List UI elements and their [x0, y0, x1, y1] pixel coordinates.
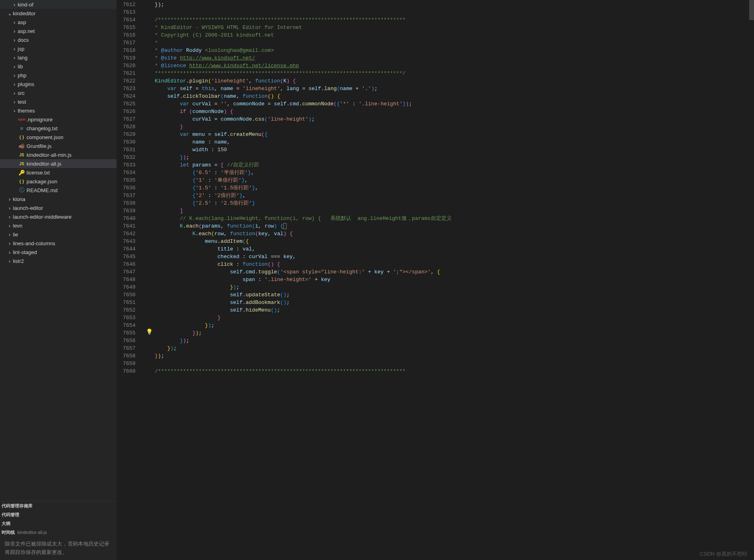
code-line[interactable]: {'1.5' : '1.5倍行距'},: [155, 184, 754, 192]
folder-item[interactable]: ›asp: [0, 18, 117, 27]
code-line[interactable]: name : name,: [155, 138, 754, 146]
folder-item[interactable]: ›lib: [0, 62, 117, 71]
code-line[interactable]: var menu = self.createMenu({: [155, 131, 754, 138]
lightbulb-icon[interactable]: 💡: [146, 328, 153, 336]
code-line[interactable]: });: [155, 337, 754, 345]
code-line[interactable]: K.each(params, function(i, row) {: [155, 222, 754, 230]
section-scm[interactable]: 代码管理: [0, 510, 117, 519]
folder-item[interactable]: ›klona: [0, 195, 117, 203]
folder-item[interactable]: ›asp.net: [0, 27, 117, 35]
code-line[interactable]: ]: [155, 207, 754, 215]
code-line[interactable]: self.clickToolbar(name, function() {: [155, 92, 754, 100]
folder-item[interactable]: ›php: [0, 71, 117, 80]
file-item[interactable]: ≡changelog.txt: [0, 124, 117, 133]
code-line[interactable]: KindEditor.plugin('lineheight', function…: [155, 77, 754, 85]
tree-label: component.json: [27, 134, 64, 140]
code-line[interactable]: * @author Roddy <luolonghao@gmail.com>: [155, 47, 754, 54]
file-item[interactable]: npm.npmignore: [0, 115, 117, 124]
code-line[interactable]: });: [155, 1, 754, 8]
file-item[interactable]: 🔑license.txt: [0, 168, 117, 177]
section-timeline[interactable]: 时间线 kindeditor-all.js: [0, 528, 117, 537]
code-content[interactable]: });/************************************…: [155, 0, 754, 560]
folder-item[interactable]: ›src: [0, 88, 117, 97]
line-number: 7631: [117, 146, 143, 154]
code-line[interactable]: }: [155, 123, 754, 131]
code-line[interactable]: *: [155, 39, 754, 47]
folder-item[interactable]: ›test: [0, 97, 117, 106]
file-tree[interactable]: ›kind-of⌄kindeditor›asp›asp.net›docs›jsp…: [0, 0, 117, 501]
code-line[interactable]: });: [155, 283, 754, 291]
code-line[interactable]: /***************************************…: [155, 16, 754, 24]
folder-item[interactable]: ⌄kindeditor: [0, 9, 117, 18]
file-item[interactable]: ⓘREADME.md: [0, 186, 117, 195]
code-line[interactable]: {'0.5' : '半倍行距'},: [155, 169, 754, 176]
code-line[interactable]: self.cmd.toggle('<span style="line-heigh…: [155, 268, 754, 276]
scrollbar-thumb[interactable]: [749, 0, 754, 20]
code-line[interactable]: checked : curVal === key,: [155, 253, 754, 261]
code-line[interactable]: [155, 360, 754, 367]
folder-item[interactable]: ›lines-and-columns: [0, 239, 117, 248]
line-number: 7650: [117, 291, 143, 299]
code-line[interactable]: ****************************************…: [155, 70, 754, 77]
chevron-right-icon: ›: [11, 19, 18, 25]
folder-item[interactable]: ›lint-staged: [0, 248, 117, 256]
code-line[interactable]: // K.each(lang.lineHeight, function(i, r…: [155, 215, 754, 222]
file-item[interactable]: JSkindeditor-all-min.js: [0, 150, 117, 159]
code-line[interactable]: });: [155, 329, 754, 337]
line-number: 7645: [117, 253, 143, 261]
code-line[interactable]: width : 150: [155, 146, 754, 154]
code-line[interactable]: K.each(row, function(key, val) {: [155, 230, 754, 238]
code-line[interactable]: menu.addItem({: [155, 238, 754, 245]
file-item[interactable]: { }component.json: [0, 133, 117, 142]
file-item[interactable]: { }package.json: [0, 177, 117, 186]
watermark: CSDN @真的不想哇: [700, 550, 748, 558]
line-number: 7647: [117, 268, 143, 276]
code-line[interactable]: }: [155, 314, 754, 322]
editor[interactable]: 7612761376147615761676177618761976207621…: [117, 0, 754, 560]
code-line[interactable]: /***************************************…: [155, 367, 754, 375]
folder-item[interactable]: ›plugins: [0, 80, 117, 88]
code-line[interactable]: title : val,: [155, 245, 754, 253]
code-line[interactable]: {'1' : '单倍行距'},: [155, 176, 754, 184]
code-line[interactable]: if (commonNode) {: [155, 108, 754, 115]
line-number: 7612: [117, 1, 143, 8]
file-item[interactable]: JSkindeditor-all.js: [0, 159, 117, 168]
code-line[interactable]: * KindEditor - WYSIWYG HTML Editor for I…: [155, 24, 754, 31]
code-line[interactable]: curVal = commonNode.css('line-height');: [155, 115, 754, 123]
code-line[interactable]: });: [155, 352, 754, 360]
code-line[interactable]: * @site http://www.kindsoft.net/: [155, 54, 754, 62]
folder-item[interactable]: ›docs: [0, 35, 117, 44]
folder-item[interactable]: ›launch-editor: [0, 203, 117, 212]
code-line[interactable]: });: [155, 154, 754, 161]
code-line[interactable]: self.addBookmark();: [155, 299, 754, 306]
section-scm-repo[interactable]: 代码管理存储库: [0, 501, 117, 510]
folder-item[interactable]: ›lang: [0, 53, 117, 62]
folder-item[interactable]: ›kind-of: [0, 0, 117, 9]
folder-item[interactable]: ›listr2: [0, 256, 117, 265]
code-line[interactable]: * Copyright (C) 2006-2011 kindsoft.net: [155, 31, 754, 39]
code-line[interactable]: self.updateState();: [155, 291, 754, 299]
folder-item[interactable]: ›jsp: [0, 44, 117, 53]
folder-item[interactable]: ›themes: [0, 106, 117, 115]
code-line[interactable]: {'2.5' : '2.5倍行距'}: [155, 199, 754, 207]
code-line[interactable]: let params = [ //自定义行距: [155, 161, 754, 169]
line-number: 7625: [117, 100, 143, 108]
code-line[interactable]: self.hideMenu();: [155, 306, 754, 314]
code-line[interactable]: var self = this, name = 'lineheight', la…: [155, 85, 754, 92]
tree-label: kindeditor-all-min.js: [27, 152, 72, 158]
code-line[interactable]: var curVal = '', commonNode = self.cmd.c…: [155, 100, 754, 108]
folder-item[interactable]: ›lie: [0, 230, 117, 239]
folder-item[interactable]: ›launch-editor-middleware: [0, 212, 117, 221]
section-outline[interactable]: 大纲: [0, 519, 117, 528]
code-line[interactable]: [155, 8, 754, 16]
code-line[interactable]: click : function() {: [155, 261, 754, 268]
code-line[interactable]: });: [155, 322, 754, 329]
tree-label: launch-editor-middleware: [13, 214, 72, 220]
code-line[interactable]: });: [155, 345, 754, 352]
code-line[interactable]: * @licence http://www.kindsoft.net/licen…: [155, 62, 754, 70]
file-item[interactable]: 🐗Gruntfile.js: [0, 142, 117, 150]
code-line[interactable]: {'2' : '2倍行距'},: [155, 192, 754, 199]
code-line[interactable]: span : '.line-height=' + key: [155, 276, 754, 283]
folder-item[interactable]: ›levn: [0, 221, 117, 230]
line-number: 7614: [117, 16, 143, 24]
